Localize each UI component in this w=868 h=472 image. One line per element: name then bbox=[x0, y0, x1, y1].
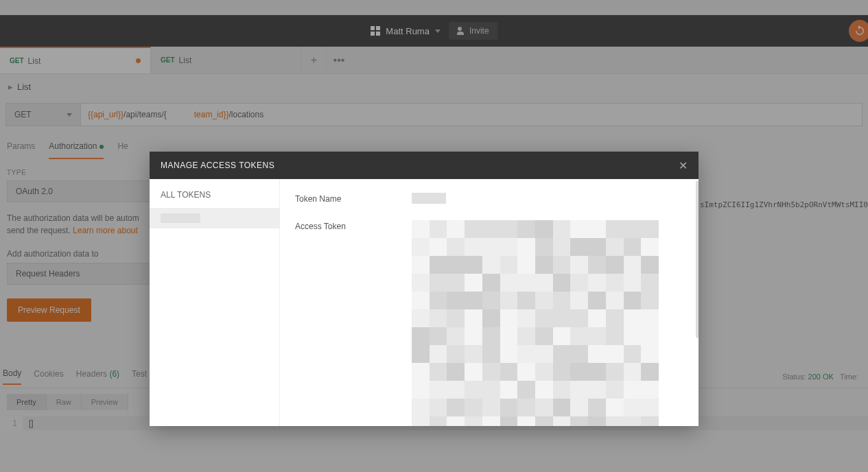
token-list-item[interactable] bbox=[150, 208, 279, 228]
manage-tokens-modal: MANAGE ACCESS TOKENS ✕ ALL TOKENS Token … bbox=[150, 152, 699, 426]
token-list-sidebar: ALL TOKENS bbox=[150, 179, 280, 426]
redacted-block bbox=[412, 193, 446, 204]
access-token-label: Access Token bbox=[295, 220, 412, 231]
all-tokens-heading: ALL TOKENS bbox=[150, 190, 279, 208]
scrollbar[interactable] bbox=[696, 180, 699, 338]
redacted-token-value bbox=[412, 220, 659, 426]
token-detail-panel: Token Name Access Token bbox=[280, 179, 699, 426]
redacted-block bbox=[161, 213, 200, 223]
token-name-label: Token Name bbox=[295, 193, 412, 204]
close-icon[interactable]: ✕ bbox=[679, 159, 688, 172]
modal-title: MANAGE ACCESS TOKENS bbox=[161, 161, 274, 170]
